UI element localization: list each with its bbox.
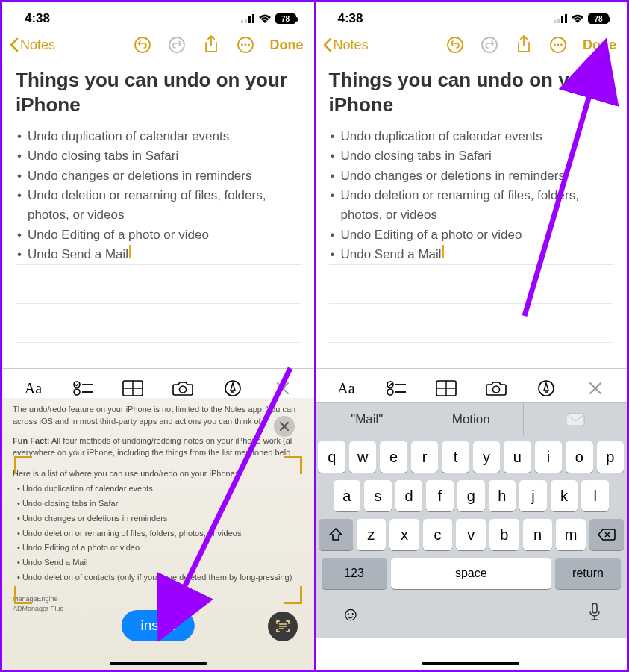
home-indicator[interactable] bbox=[422, 662, 519, 665]
checklist-button[interactable] bbox=[381, 376, 411, 400]
more-button[interactable] bbox=[236, 35, 255, 55]
key-n[interactable]: n bbox=[523, 519, 553, 550]
key-s[interactable]: s bbox=[364, 480, 392, 511]
emoji-key[interactable]: ☺ bbox=[341, 603, 361, 626]
close-scan-button[interactable] bbox=[274, 416, 295, 437]
undo-button[interactable] bbox=[445, 35, 465, 55]
dictation-key[interactable] bbox=[588, 603, 601, 626]
key-j[interactable]: j bbox=[519, 480, 547, 511]
more-button[interactable] bbox=[548, 35, 568, 55]
key-a[interactable]: a bbox=[334, 480, 361, 511]
note-title[interactable]: Things you can undo on your iPhone bbox=[329, 68, 614, 116]
bullet-item[interactable]: Undo changes or deletions in reminders bbox=[329, 167, 614, 186]
bullet-item[interactable]: Undo deletion or renaming of files, fold… bbox=[329, 186, 614, 225]
bullet-item-active[interactable]: Undo Send a Mail bbox=[16, 245, 301, 265]
undo-button[interactable] bbox=[133, 35, 152, 55]
back-label: Notes bbox=[20, 37, 55, 53]
key-k[interactable]: k bbox=[551, 480, 578, 511]
bullet-item[interactable]: Undo changes or deletions in reminders bbox=[16, 167, 301, 186]
suggestion-3[interactable] bbox=[524, 403, 628, 435]
back-button[interactable]: Notes bbox=[8, 37, 55, 53]
markup-button[interactable] bbox=[218, 376, 248, 400]
suggestion-1[interactable]: "Mail" bbox=[316, 403, 420, 435]
battery-icon: 78 bbox=[275, 13, 296, 24]
key-c[interactable]: c bbox=[423, 519, 453, 550]
bullet-item[interactable]: Undo duplication of calendar events bbox=[16, 127, 301, 146]
note-editor[interactable]: Things you can undo on your iPhone Undo … bbox=[2, 60, 314, 343]
bullet-item-active[interactable]: Undo Send a Mail bbox=[329, 245, 614, 265]
ruled-line[interactable] bbox=[329, 284, 614, 304]
phone-left-scan: 4:38 78 Notes Done Things you can undo o… bbox=[0, 0, 315, 672]
done-button[interactable]: Done bbox=[270, 37, 304, 53]
key-l[interactable]: l bbox=[581, 480, 609, 511]
key-q[interactable]: q bbox=[318, 441, 345, 473]
svg-rect-25 bbox=[561, 16, 563, 23]
note-editor[interactable]: Things you can undo on your iPhone Undo … bbox=[316, 60, 628, 343]
svg-point-8 bbox=[244, 44, 246, 46]
ruled-line[interactable] bbox=[16, 304, 301, 323]
key-w[interactable]: w bbox=[349, 441, 376, 473]
bullet-item[interactable]: Undo deletion or renaming of files, fold… bbox=[16, 186, 301, 225]
key-z[interactable]: z bbox=[357, 519, 387, 550]
text-cursor bbox=[129, 245, 131, 258]
key-t[interactable]: t bbox=[442, 441, 469, 473]
suggestion-2[interactable]: Motion bbox=[419, 403, 524, 435]
key-d[interactable]: d bbox=[395, 480, 423, 511]
note-title[interactable]: Things you can undo on your iPhone bbox=[16, 68, 301, 116]
key-x[interactable]: x bbox=[389, 519, 419, 550]
svg-point-32 bbox=[560, 44, 563, 46]
camera-button[interactable] bbox=[481, 376, 511, 400]
ruled-line[interactable] bbox=[329, 265, 614, 284]
text-format-button[interactable]: Aa bbox=[18, 376, 48, 400]
ruled-line[interactable] bbox=[16, 284, 301, 304]
home-indicator[interactable] bbox=[110, 662, 207, 665]
ruled-line[interactable] bbox=[329, 304, 614, 323]
back-button[interactable]: Notes bbox=[322, 37, 369, 53]
table-button[interactable] bbox=[118, 376, 148, 400]
return-key[interactable]: return bbox=[555, 558, 621, 589]
checklist-button[interactable] bbox=[68, 376, 98, 400]
key-r[interactable]: r bbox=[411, 441, 438, 473]
ruled-line[interactable] bbox=[329, 323, 614, 343]
keyboard-footer: ☺ bbox=[319, 589, 625, 633]
back-label: Notes bbox=[334, 37, 369, 53]
camera-button[interactable] bbox=[168, 376, 198, 400]
key-e[interactable]: e bbox=[380, 441, 407, 473]
key-v[interactable]: v bbox=[456, 519, 486, 550]
done-button[interactable]: Done bbox=[583, 37, 616, 53]
key-y[interactable]: y bbox=[473, 441, 500, 473]
keyboard-row-2: a s d f g h j k l bbox=[319, 480, 625, 511]
share-button[interactable] bbox=[514, 35, 533, 55]
table-button[interactable] bbox=[431, 376, 461, 400]
space-key[interactable]: space bbox=[391, 558, 552, 589]
close-toolbar-button[interactable] bbox=[268, 376, 298, 400]
ruled-line[interactable] bbox=[16, 323, 301, 343]
insert-button[interactable]: insert bbox=[122, 610, 195, 641]
numbers-key[interactable]: 123 bbox=[322, 558, 387, 589]
key-u[interactable]: u bbox=[504, 441, 531, 473]
key-g[interactable]: g bbox=[457, 480, 485, 511]
key-f[interactable]: f bbox=[426, 480, 454, 511]
key-i[interactable]: i bbox=[535, 441, 562, 473]
close-toolbar-button[interactable] bbox=[581, 376, 610, 400]
key-m[interactable]: m bbox=[556, 519, 586, 550]
bullet-item[interactable]: Undo closing tabs in Safari bbox=[16, 146, 301, 166]
share-button[interactable] bbox=[201, 35, 221, 55]
status-time: 4:38 bbox=[338, 11, 363, 26]
key-b[interactable]: b bbox=[489, 519, 519, 550]
live-text-button[interactable] bbox=[268, 612, 298, 641]
text-format-button[interactable]: Aa bbox=[331, 376, 361, 400]
backspace-key[interactable] bbox=[589, 519, 624, 550]
bullet-item[interactable]: Undo Editing of a photo or video bbox=[329, 225, 614, 245]
ruled-line[interactable] bbox=[16, 265, 301, 284]
keyboard-row-1: q w e r t y u i o p bbox=[319, 441, 625, 473]
shift-key[interactable] bbox=[319, 519, 353, 550]
bullet-item[interactable]: Undo duplication of calendar events bbox=[329, 127, 614, 146]
phone-right-keyboard: 4:38 78 Notes Done Things you can undo o… bbox=[315, 0, 630, 672]
key-h[interactable]: h bbox=[489, 480, 516, 511]
key-o[interactable]: o bbox=[566, 441, 592, 473]
key-p[interactable]: p bbox=[597, 441, 624, 473]
bullet-item[interactable]: Undo Editing of a photo or video bbox=[16, 225, 301, 245]
markup-button[interactable] bbox=[531, 376, 561, 400]
bullet-item[interactable]: Undo closing tabs in Safari bbox=[329, 146, 614, 166]
